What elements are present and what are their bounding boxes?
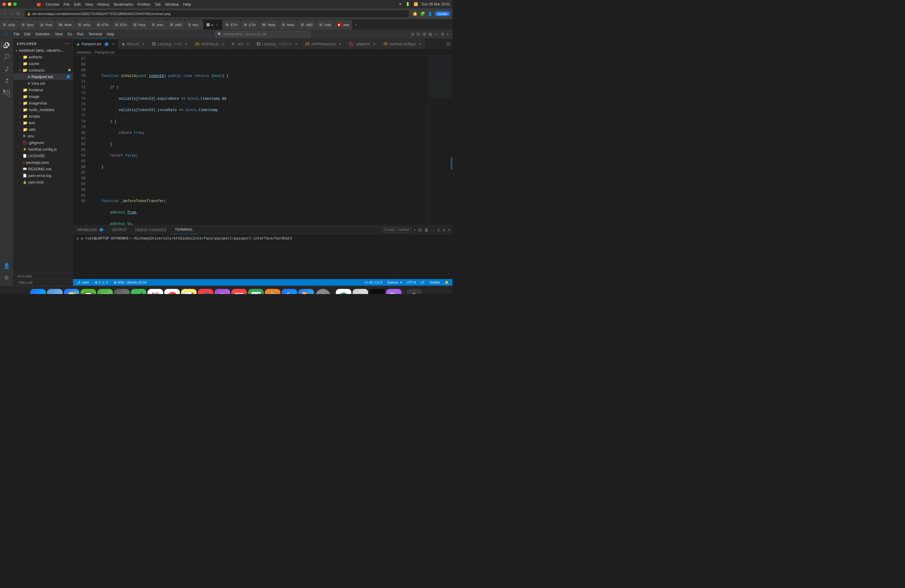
nav-buttons[interactable]: ‹ › ↻ — [2, 11, 21, 16]
dock-item-messages[interactable]: 💬 — [81, 289, 96, 294]
browser-tab[interactable]: eETH — [112, 20, 130, 30]
sidebar-item-node-modules[interactable]: › 📁 node_modules — [13, 106, 73, 113]
status-errors[interactable]: ⊗ 2 ⚠ 3 — [94, 281, 109, 284]
browser-tab[interactable]: mMute — [56, 20, 75, 30]
browser-tab[interactable]: eETH — [241, 20, 259, 30]
tab-visa-sol[interactable]: ◈ Visa.sol × — [118, 39, 148, 49]
code-content[interactable]: function isValid(uint tokenId) public vi… — [88, 56, 429, 225]
dock-item-terminal[interactable]: ⬛ — [369, 289, 385, 294]
menu-help[interactable]: Help — [183, 2, 191, 6]
tab-close-icon[interactable]: × — [339, 41, 341, 46]
split-terminal-icon[interactable]: ⊟ — [418, 227, 422, 232]
system-icon-brightness[interactable]: ☀ — [399, 2, 402, 6]
menu-apple[interactable]: 🍎 — [37, 2, 41, 6]
sidebar-item-env[interactable]: ⚙ .env — [13, 133, 73, 139]
dock-item-numbers[interactable]: 📊 — [248, 289, 264, 294]
dock-item-news[interactable]: 📰 — [231, 289, 247, 294]
sidebar-item-utils[interactable]: › 📁 utils — [13, 126, 73, 133]
profile-icon[interactable]: 👤 — [427, 11, 432, 16]
restore-icon[interactable]: ⧉ — [441, 32, 444, 37]
browser-tab[interactable]: ttest — [185, 20, 203, 30]
tab-passport-sol[interactable]: ◈ Passport.sol 2 × — [73, 39, 118, 49]
dock-item-safari[interactable]: 🧭 — [64, 289, 79, 294]
activity-accounts[interactable]: 👤 — [1, 261, 12, 271]
activity-source-control[interactable] — [1, 64, 12, 75]
chevron-down-icon[interactable]: ∨ — [442, 227, 445, 232]
tab-env[interactable]: ⚙ .env × — [228, 39, 253, 49]
minimize-icon[interactable]: — — [435, 32, 439, 37]
sidebar-item-hardhat-config[interactable]: ⚡ hardhat.config.js — [13, 146, 73, 153]
menu-selection[interactable]: Selection — [35, 32, 50, 36]
activity-run-debug[interactable] — [1, 76, 12, 86]
sidebar-item-package-json[interactable]: {} package.json — [13, 159, 73, 165]
browser-tab[interactable]: eETH — [94, 20, 112, 30]
outline-section[interactable]: › OUTLINE — [13, 273, 73, 279]
sidebar-item-visa-sol[interactable]: ◈ Visa.sol — [13, 80, 73, 86]
menu-help[interactable]: Help — [107, 32, 114, 36]
sidebar-item-license[interactable]: 📄 LICENSE — [13, 153, 73, 159]
tab-hardhat-config[interactable]: JS hardhat.config.js × — [379, 39, 425, 49]
system-icon-battery[interactable]: 🔋 — [405, 2, 410, 6]
layout3-icon[interactable]: ⊠ — [429, 32, 432, 37]
address-bar[interactable]: 🔒 cdn.discordapp.com/attachments/1082271… — [25, 10, 409, 17]
tab-close-icon[interactable]: × — [373, 41, 376, 46]
breadcrumb-file[interactable]: Passport.sol — [95, 50, 114, 54]
browser-tab-active[interactable]: cc× — [203, 20, 222, 30]
browser-tab[interactable]: mMeta — [259, 20, 278, 30]
tab-close-icon[interactable]: × — [221, 41, 224, 46]
split-editor-button[interactable]: ⊟ — [444, 39, 452, 49]
dock-item-reminders[interactable]: 🔴 — [164, 289, 180, 294]
status-encoding[interactable]: UTF-8 — [405, 281, 417, 284]
sidebar-more-button[interactable]: ··· — [65, 41, 70, 46]
minimize-button[interactable] — [8, 2, 11, 6]
dock-item-trash[interactable]: 🗑 — [407, 289, 422, 294]
dock-item-launchpad[interactable]: ⊞ — [47, 289, 62, 294]
timeline-section[interactable]: › TIMELINE — [13, 279, 73, 286]
minimap[interactable] — [429, 56, 452, 225]
sidebar-item-scripts[interactable]: › 📁 scripts — [13, 113, 73, 119]
tree-root[interactable]: ▾ HARDHAT [WSL: UBUNTU-... — [13, 48, 73, 54]
sidebar-item-cache[interactable]: › 📁 cache — [13, 60, 73, 67]
status-spaces[interactable]: Spaces: 4 — [386, 281, 403, 284]
tab-close-icon[interactable]: × — [185, 41, 187, 46]
maximize-button[interactable] — [13, 2, 17, 6]
dock-item-podcasts[interactable]: 🎙 — [214, 289, 230, 294]
menu-history[interactable]: History — [98, 2, 110, 6]
menu-edit[interactable]: Edit — [74, 2, 81, 6]
dock-item-chrome[interactable] — [336, 289, 351, 294]
dock-item-xcode[interactable]: 🔨 — [282, 289, 297, 294]
dock-item-maps[interactable]: 🗺 — [97, 289, 113, 294]
sidebar-item-gitignore[interactable]: 🚫 .gitignore — [13, 139, 73, 146]
browser-tab[interactable]: pPost — [37, 20, 55, 30]
forward-button[interactable]: › — [9, 11, 14, 16]
sidebar-item-yarn-error[interactable]: 📄 yarn-error.log — [13, 172, 73, 179]
tab-problems[interactable]: PROBLEMS 2 — [73, 226, 108, 234]
sidebar-item-yarn-lock[interactable]: 🔒 yarn.lock — [13, 179, 73, 185]
menu-file[interactable]: File — [14, 32, 19, 36]
close-icon[interactable]: × — [446, 32, 449, 37]
update-button[interactable]: Update — [435, 11, 450, 16]
new-tab-button[interactable]: + — [352, 20, 360, 30]
activity-search[interactable] — [1, 52, 12, 63]
activity-extensions[interactable] — [1, 88, 12, 99]
search-input[interactable]: 🔍 hardhat [WSL: Ubuntu-22.04] — [215, 31, 311, 37]
sidebar-item-contracts[interactable]: ▾ 📂 contracts — [13, 67, 73, 73]
status-language[interactable]: Solidity — [428, 281, 441, 284]
tab-terminal[interactable]: TERMINAL — [171, 226, 197, 234]
menu-go[interactable]: Go — [67, 32, 72, 36]
window-controls[interactable]: ⧉ ⊟ ⊞ ⊠ — ⧉ × — [411, 32, 449, 37]
close-button[interactable] — [2, 2, 6, 6]
browser-tab[interactable]: 6(482 — [298, 20, 316, 30]
extension-icon[interactable]: 🧩 — [420, 11, 425, 16]
status-eol[interactable]: LF — [419, 281, 426, 284]
tab-mint-visa[interactable]: JS mintVisa.js × — [191, 39, 228, 49]
tab-lisa-png-2[interactable]: 🖼 Lisa.png imageVisa × — [253, 39, 302, 49]
system-icon-wifi[interactable]: 📶 — [414, 2, 418, 6]
tab-close-icon[interactable]: × — [142, 41, 144, 46]
split-editor-icon[interactable]: ⧉ — [411, 32, 414, 37]
status-ln-col[interactable]: Ln 92, Col 2 — [363, 281, 383, 284]
browser-tab[interactable]: zzkSy — [0, 20, 18, 30]
menu-chrome[interactable]: Chrome — [46, 2, 59, 6]
dock-item-finder[interactable]: 🗂 — [30, 289, 46, 294]
bookmark-icon[interactable]: ⭐ — [413, 11, 418, 16]
